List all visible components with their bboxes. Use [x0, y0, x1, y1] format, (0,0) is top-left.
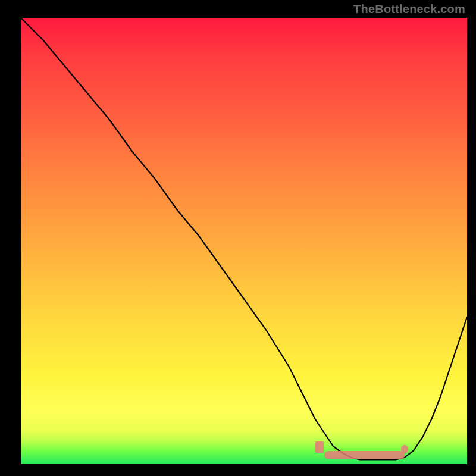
bottleneck-curve-path: [21, 18, 467, 460]
chart-curve: [21, 18, 467, 464]
chart-trough-band: [324, 451, 405, 459]
chart-trough-right-marker: [401, 445, 408, 453]
watermark-text: TheBottleneck.com: [353, 2, 465, 16]
chart-plot-area: [21, 18, 467, 464]
chart-trough-left-marker: [315, 441, 324, 453]
